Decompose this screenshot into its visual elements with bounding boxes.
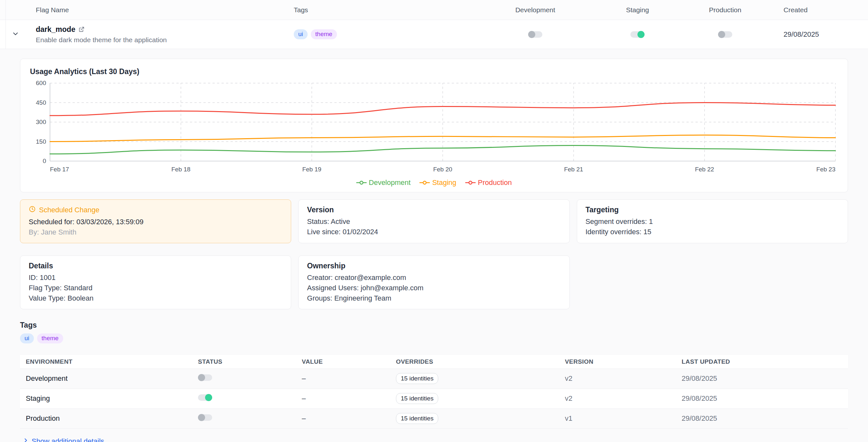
- version-card-title: Version: [307, 206, 561, 214]
- version-card: Version Status: Active Live since: 01/02…: [298, 199, 569, 243]
- env-column-environment: ENVIRONMENT: [20, 358, 192, 365]
- details-card: Details ID: 1001 Flag Type: Standard Val…: [20, 256, 291, 309]
- toggle-knob: [638, 31, 645, 38]
- overrides-badge[interactable]: 15 identities: [396, 393, 438, 404]
- expand-collapse-button[interactable]: [0, 30, 31, 39]
- overrides-badge[interactable]: 15 identities: [396, 373, 438, 384]
- env-toggle-staging[interactable]: [198, 394, 212, 401]
- scheduled-change-title: Scheduled Change: [39, 206, 99, 214]
- svg-text:Feb 18: Feb 18: [171, 166, 190, 173]
- external-link-icon[interactable]: [79, 26, 85, 33]
- legend-marker-icon: [420, 180, 430, 185]
- flag-row-tags: ui theme: [294, 29, 484, 39]
- segment-overrides: Segment overrides: 1: [586, 217, 839, 226]
- staging-toggle[interactable]: [630, 31, 645, 38]
- tags-section-title: Tags: [20, 321, 848, 330]
- svg-text:Feb 22: Feb 22: [695, 166, 714, 173]
- env-last-updated: 29/08/2025: [676, 414, 848, 423]
- clock-icon: [29, 206, 36, 214]
- env-last-updated: 29/08/2025: [676, 394, 848, 403]
- ownership-creator: Creator: creator@example.com: [307, 273, 561, 282]
- flag-table: Flag Name Tags Development Staging Produ…: [0, 0, 868, 49]
- show-additional-details-label: Show additional details: [32, 437, 104, 442]
- flag-created-date: 29/08/2025: [762, 30, 868, 39]
- env-value: –: [296, 394, 390, 403]
- legend-item-staging: Staging: [420, 178, 456, 187]
- svg-text:600: 600: [36, 80, 46, 86]
- environments-table: ENVIRONMENT STATUS VALUE OVERRIDES VERSI…: [20, 355, 848, 429]
- targeting-card-title: Targeting: [586, 206, 839, 214]
- column-header-tags: Tags: [294, 6, 484, 14]
- version-live-since: Live since: 01/02/2024: [307, 228, 561, 236]
- env-row-development: Development – 15 identities v2 29/08/202…: [20, 369, 848, 389]
- chevron-right-icon: [23, 437, 29, 442]
- development-toggle-cell: [484, 31, 587, 38]
- staging-toggle-cell: [587, 31, 688, 38]
- svg-text:450: 450: [36, 99, 46, 106]
- chart-legend: DevelopmentStagingProduction: [30, 178, 838, 187]
- column-header-created: Created: [762, 6, 868, 14]
- legend-item-development: Development: [356, 178, 411, 187]
- svg-text:Feb 19: Feb 19: [302, 166, 321, 173]
- svg-text:Feb 17: Feb 17: [50, 166, 69, 173]
- env-version: v2: [559, 394, 676, 403]
- env-column-version: VERSION: [559, 358, 676, 365]
- scheduled-by-text: By: Jane Smith: [29, 228, 282, 236]
- svg-text:150: 150: [36, 138, 46, 145]
- usage-line-chart: 0150300450600Feb 17Feb 18Feb 19Feb 20Feb…: [30, 80, 838, 176]
- toggle-knob: [205, 394, 212, 401]
- tag-pill-ui[interactable]: ui: [294, 29, 308, 39]
- scheduled-for-text: Scheduled for: 03/03/2026, 13:59:09: [29, 218, 282, 226]
- show-additional-details-link[interactable]: Show additional details: [23, 437, 104, 442]
- env-toggle-development[interactable]: [198, 374, 212, 381]
- env-name: Production: [20, 414, 192, 423]
- targeting-card: Targeting Segment overrides: 1 Identity …: [577, 199, 848, 243]
- env-name: Development: [20, 374, 192, 383]
- ownership-card-title: Ownership: [307, 262, 561, 270]
- svg-text:Feb 23: Feb 23: [816, 166, 835, 173]
- tag-pill-ui[interactable]: ui: [20, 333, 34, 343]
- svg-text:Feb 20: Feb 20: [433, 166, 452, 173]
- identity-overrides: Identity overrides: 15: [586, 228, 839, 236]
- column-header-development: Development: [484, 6, 587, 14]
- development-toggle[interactable]: [528, 31, 542, 38]
- legend-marker-icon: [465, 180, 475, 185]
- flag-table-header: Flag Name Tags Development Staging Produ…: [0, 0, 868, 20]
- column-header-staging: Staging: [587, 6, 688, 14]
- svg-text:Feb 21: Feb 21: [564, 166, 583, 173]
- value-type: Value Type: Boolean: [29, 294, 282, 303]
- env-row-staging: Staging – 15 identities v2 29/08/2025: [20, 389, 848, 409]
- toggle-knob: [198, 414, 205, 421]
- scheduled-change-card: Scheduled Change Scheduled for: 03/03/20…: [20, 199, 291, 243]
- ownership-groups: Groups: Engineering Team: [307, 294, 561, 303]
- flag-description: Enable dark mode theme for the applicati…: [36, 36, 294, 44]
- flag-name-block: dark_mode Enable dark mode theme for the…: [31, 25, 294, 44]
- production-toggle-cell: [688, 31, 762, 38]
- tag-pill-theme[interactable]: theme: [37, 333, 63, 343]
- production-toggle[interactable]: [718, 31, 732, 38]
- environments-table-header: ENVIRONMENT STATUS VALUE OVERRIDES VERSI…: [20, 355, 848, 369]
- svg-text:300: 300: [36, 118, 46, 125]
- chart-title: Usage Analytics (Last 30 Days): [30, 67, 838, 76]
- flag-id: ID: 1001: [29, 273, 282, 282]
- flag-detail-panel: Usage Analytics (Last 30 Days) 015030045…: [0, 49, 868, 442]
- ownership-card: Ownership Creator: creator@example.com A…: [298, 256, 569, 309]
- env-version: v2: [559, 374, 676, 383]
- toggle-knob: [528, 31, 535, 38]
- env-toggle-production[interactable]: [198, 414, 212, 421]
- env-name: Staging: [20, 394, 192, 403]
- tag-pill-theme[interactable]: theme: [311, 29, 337, 39]
- grid-empty-cell: [577, 256, 848, 309]
- usage-analytics-card: Usage Analytics (Last 30 Days) 015030045…: [20, 59, 848, 192]
- env-column-status: STATUS: [192, 358, 296, 365]
- env-version: v1: [559, 414, 676, 423]
- env-column-value: VALUE: [296, 358, 390, 365]
- env-row-production: Production – 15 identities v1 29/08/2025: [20, 409, 848, 429]
- ownership-assigned-users: Assigned Users: john@example.com: [307, 284, 561, 292]
- svg-text:0: 0: [42, 158, 46, 164]
- legend-item-production: Production: [465, 178, 512, 187]
- env-value: –: [296, 374, 390, 383]
- chevron-down-icon: [11, 30, 19, 39]
- flag-name: dark_mode: [36, 25, 75, 34]
- overrides-badge[interactable]: 15 identities: [396, 413, 438, 424]
